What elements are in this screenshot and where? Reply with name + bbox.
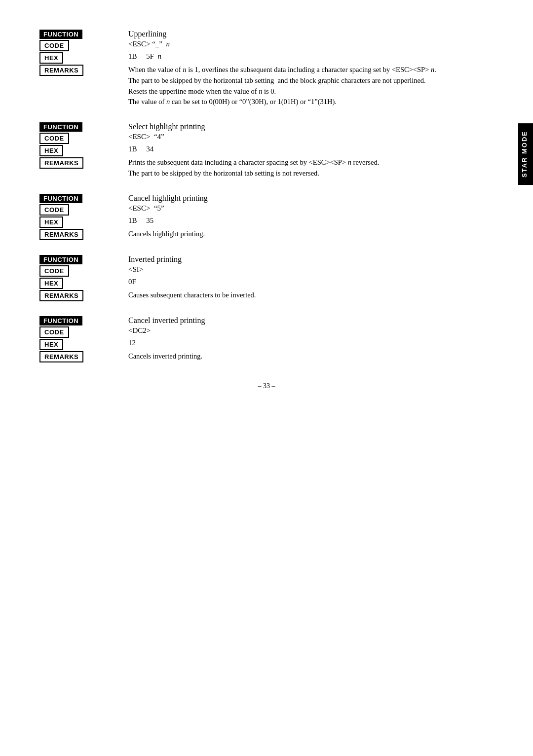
function-badge: FUNCTION: [39, 30, 82, 39]
remarks-badge: REMARKS: [39, 229, 83, 240]
function-row: FUNCTION Cancel highlight printing: [39, 194, 494, 203]
remarks-label-cell: REMARKS: [39, 290, 126, 301]
code-badge: CODE: [39, 204, 69, 216]
remarks-badge: REMARKS: [39, 290, 83, 301]
function-row: FUNCTION Cancel inverted printing: [39, 316, 494, 325]
code-label-cell: CODE: [39, 40, 126, 51]
function-badge: FUNCTION: [39, 316, 82, 325]
remarks-label-cell: REMARKS: [39, 157, 126, 169]
hex-badge: HEX: [39, 278, 63, 289]
code-content: <DC2>: [126, 326, 494, 335]
hex-row: HEX 1B 34: [39, 145, 494, 156]
hex-content: 1B 34: [126, 145, 494, 153]
code-content: <SI>: [126, 265, 494, 274]
code-row: CODE <ESC> “_” n: [39, 40, 494, 51]
function-row: FUNCTION Upperlining: [39, 30, 494, 39]
hex-label-cell: HEX: [39, 278, 126, 289]
remarks-row: REMARKS Causes subsequent characters to …: [39, 290, 494, 301]
code-label-cell: CODE: [39, 265, 126, 277]
function-label-cell: FUNCTION: [39, 194, 126, 203]
remarks-line: Causes subsequent characters to be inver…: [128, 290, 494, 301]
hex-label-cell: HEX: [39, 52, 126, 64]
remarks-badge: REMARKS: [39, 157, 83, 169]
function-content: Upperlining: [126, 30, 494, 38]
code-row: CODE <ESC> “5”: [39, 204, 494, 216]
remarks-line: The part to be skipped by the horizontal…: [128, 75, 494, 86]
code-badge: CODE: [39, 40, 69, 51]
function-label-cell: FUNCTION: [39, 122, 126, 132]
remarks-content: Cancels inverted printing.: [126, 351, 494, 362]
code-badge: CODE: [39, 265, 69, 277]
remarks-content: When the value of n is 1, overlines the …: [126, 65, 494, 108]
hex-label-cell: HEX: [39, 216, 126, 228]
hex-badge: HEX: [39, 145, 63, 156]
section-upperlining: FUNCTION Upperlining CODE <ESC> “_” n HE…: [39, 30, 494, 108]
hex-content: 12: [126, 339, 494, 347]
hex-content: 1B 5F n: [126, 52, 494, 61]
code-badge: CODE: [39, 133, 69, 144]
remarks-badge: REMARKS: [39, 351, 83, 362]
remarks-label-cell: REMARKS: [39, 229, 126, 240]
code-label-cell: CODE: [39, 133, 126, 144]
code-content: <ESC> “5”: [126, 204, 494, 213]
remarks-line: When the value of n is 1, overlines the …: [128, 65, 494, 75]
code-row: CODE <SI>: [39, 265, 494, 277]
hex-badge: HEX: [39, 216, 63, 228]
function-content: Select highlight printing: [126, 122, 494, 131]
hex-row: HEX 1B 5F n: [39, 52, 494, 64]
page: STAR MODE FUNCTION Upperlining CODE <ESC…: [0, 0, 533, 756]
hex-content: 0F: [126, 278, 494, 286]
function-content: Cancel inverted printing: [126, 316, 494, 325]
remarks-line: Prints the subsequent data including a c…: [128, 157, 494, 168]
function-content: Cancel highlight printing: [126, 194, 494, 203]
remarks-label-cell: REMARKS: [39, 65, 126, 76]
remarks-badge: REMARKS: [39, 65, 83, 76]
code-row: CODE <ESC> “4”: [39, 133, 494, 144]
remarks-label-cell: REMARKS: [39, 351, 126, 362]
page-number: – 33 –: [39, 382, 494, 390]
hex-row: HEX 1B 35: [39, 216, 494, 228]
hex-row: HEX 0F: [39, 278, 494, 289]
remarks-line: Resets the upperline mode when the value…: [128, 86, 494, 97]
remarks-line: Cancels inverted printing.: [128, 351, 494, 362]
code-badge: CODE: [39, 326, 69, 338]
function-badge: FUNCTION: [39, 255, 82, 264]
section-cancel-highlight: FUNCTION Cancel highlight printing CODE …: [39, 194, 494, 240]
function-label-cell: FUNCTION: [39, 316, 126, 325]
section-cancel-inverted: FUNCTION Cancel inverted printing CODE <…: [39, 316, 494, 362]
remarks-content: Cancels highlight printing.: [126, 229, 494, 240]
remarks-line: The value of n can be set to 0(00H) or “…: [128, 97, 494, 108]
code-content: <ESC> “_” n: [126, 40, 494, 48]
function-badge: FUNCTION: [39, 194, 82, 203]
remarks-line: The part to be skipped by the horizontal…: [128, 168, 494, 179]
function-row: FUNCTION Select highlight printing: [39, 122, 494, 132]
remarks-row: REMARKS Cancels highlight printing.: [39, 229, 494, 240]
remarks-content: Prints the subsequent data including a c…: [126, 157, 494, 179]
section-inverted-printing: FUNCTION Inverted printing CODE <SI> HEX…: [39, 255, 494, 301]
hex-label-cell: HEX: [39, 339, 126, 350]
remarks-content: Causes subsequent characters to be inver…: [126, 290, 494, 301]
section-select-highlight: FUNCTION Select highlight printing CODE …: [39, 122, 494, 179]
function-label-cell: FUNCTION: [39, 30, 126, 39]
function-label-cell: FUNCTION: [39, 255, 126, 264]
remarks-row: REMARKS Cancels inverted printing.: [39, 351, 494, 362]
hex-content: 1B 35: [126, 216, 494, 225]
code-label-cell: CODE: [39, 326, 126, 338]
hex-badge: HEX: [39, 52, 63, 64]
hex-badge: HEX: [39, 339, 63, 350]
remarks-row: REMARKS Prints the subsequent data inclu…: [39, 157, 494, 179]
code-row: CODE <DC2>: [39, 326, 494, 338]
remarks-line: Cancels highlight printing.: [128, 229, 494, 240]
remarks-row: REMARKS When the value of n is 1, overli…: [39, 65, 494, 108]
side-tab: STAR MODE: [518, 123, 533, 185]
function-badge: FUNCTION: [39, 122, 82, 132]
code-label-cell: CODE: [39, 204, 126, 216]
code-content: <ESC> “4”: [126, 133, 494, 141]
hex-label-cell: HEX: [39, 145, 126, 156]
hex-row: HEX 12: [39, 339, 494, 350]
function-row: FUNCTION Inverted printing: [39, 255, 494, 264]
function-content: Inverted printing: [126, 255, 494, 264]
